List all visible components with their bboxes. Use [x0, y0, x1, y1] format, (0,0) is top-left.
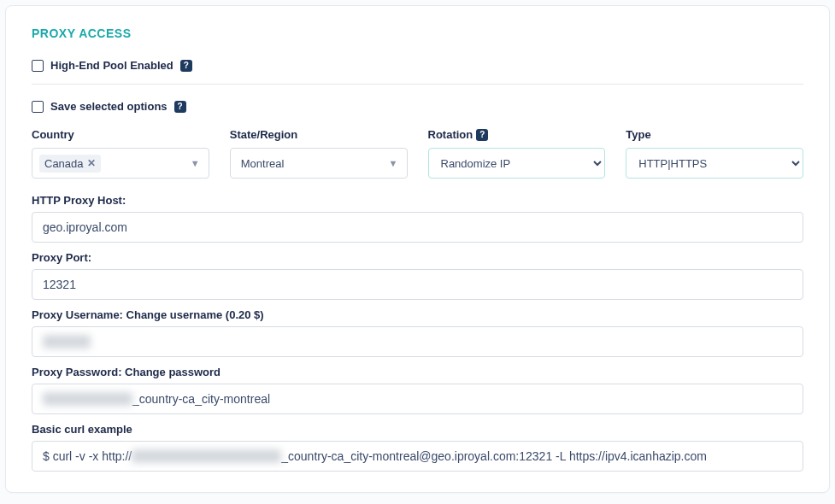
curl-example-box[interactable]: $ curl -v -x http://xxxxxxxxxxxxxxxxxxxx… — [32, 441, 803, 472]
masked-text: xxxxxxxxxxxxxxxxxxxxxxxxx — [132, 449, 281, 463]
port-input[interactable] — [32, 269, 803, 300]
masked-text: xxxxxxxxxxxxxxx — [43, 392, 132, 406]
curl-suffix: _country-ca_city-montreal@geo.iproyal.co… — [281, 449, 707, 463]
country-tag-text: Canada — [44, 157, 84, 170]
password-field: Proxy Password: Change password xxxxxxxx… — [32, 366, 803, 414]
curl-field: Basic curl example $ curl -v -x http://x… — [32, 423, 803, 472]
proxy-access-panel: PROXY ACCESS High-End Pool Enabled ? Sav… — [5, 5, 830, 493]
port-label: Proxy Port: — [32, 251, 803, 264]
help-icon[interactable]: ? — [174, 101, 186, 113]
host-input[interactable] — [32, 212, 803, 243]
country-tag: Canada ✕ — [39, 155, 101, 173]
type-label: Type — [626, 128, 803, 141]
chevron-down-icon: ▼ — [389, 158, 398, 168]
panel-title: PROXY ACCESS — [32, 26, 803, 40]
country-select[interactable]: Canada ✕ ▼ — [32, 148, 209, 179]
options-grid: Country Canada ✕ ▼ State/Region Montreal… — [32, 128, 803, 179]
high-end-pool-checkbox[interactable] — [32, 60, 44, 72]
country-label: Country — [32, 128, 209, 141]
password-input[interactable]: xxxxxxxxxxxxxxx_country-ca_city-montreal — [32, 384, 803, 414]
username-input[interactable]: xxxxxxxx — [32, 326, 803, 357]
type-select[interactable]: HTTP|HTTPS — [626, 148, 803, 179]
password-suffix: _country-ca_city-montreal — [132, 392, 270, 406]
chevron-down-icon: ▼ — [191, 158, 200, 168]
high-end-pool-label: High-End Pool Enabled — [50, 59, 173, 72]
rotation-field: Rotation ? Randomize IP — [428, 128, 606, 179]
host-label: HTTP Proxy Host: — [32, 194, 803, 207]
username-label: Proxy Username: Change username (0.20 $) — [32, 308, 803, 321]
save-options-row: Save selected options ? — [32, 100, 803, 113]
host-field: HTTP Proxy Host: — [32, 194, 803, 243]
save-options-label: Save selected options — [50, 100, 168, 113]
high-end-pool-row: High-End Pool Enabled ? — [32, 59, 803, 72]
curl-label: Basic curl example — [32, 423, 803, 436]
state-value: Montreal — [238, 157, 285, 170]
state-select[interactable]: Montreal ▼ — [230, 148, 408, 179]
masked-text: xxxxxxxx — [43, 335, 91, 349]
rotation-label: Rotation ? — [428, 128, 606, 141]
state-label: State/Region — [230, 128, 408, 141]
help-icon[interactable]: ? — [180, 60, 192, 72]
country-field: Country Canada ✕ ▼ — [32, 128, 209, 179]
port-field: Proxy Port: — [32, 251, 803, 300]
password-label: Proxy Password: Change password — [32, 366, 803, 378]
curl-prefix: $ curl -v -x http:// — [43, 449, 132, 463]
help-icon[interactable]: ? — [476, 129, 488, 141]
save-options-checkbox[interactable] — [32, 101, 44, 113]
rotation-select[interactable]: Randomize IP — [428, 148, 606, 179]
remove-country-icon[interactable]: ✕ — [87, 157, 96, 169]
username-field: Proxy Username: Change username (0.20 $)… — [32, 308, 803, 357]
type-field: Type HTTP|HTTPS — [626, 128, 803, 179]
state-field: State/Region Montreal ▼ — [230, 128, 408, 179]
divider — [32, 84, 803, 85]
